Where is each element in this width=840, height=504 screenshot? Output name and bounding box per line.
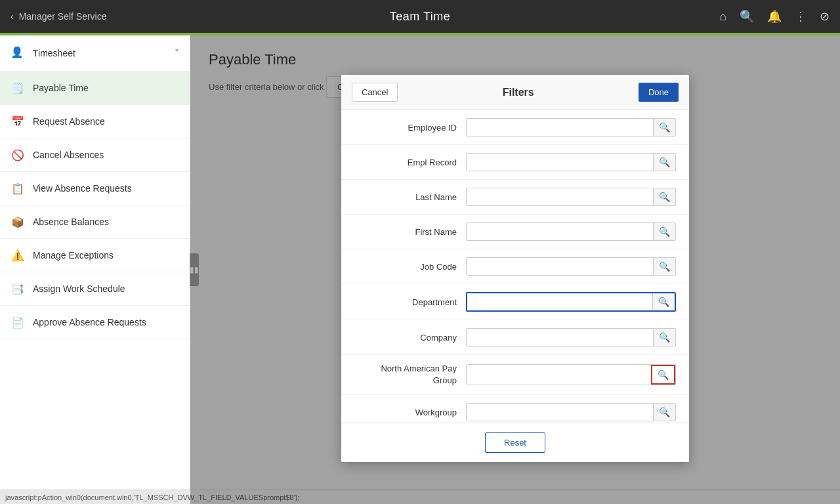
expand-icon: ˅ [175,48,179,58]
sidebar-item-view-absence-requests[interactable]: 📋 View Absence Requests [0,172,190,205]
back-button[interactable]: ‹ Manager Self Service [10,11,107,22]
sidebar-item-manage-exceptions[interactable]: ⚠️ Manage Exceptions [0,239,190,272]
filter-input-wrap-job-code: 🔍 [466,257,676,276]
modal-header: Cancel Filters Done [341,75,689,110]
sidebar-item-label: Payable Time [33,83,179,93]
filter-label-first-name: First Name [354,227,466,237]
filter-input-wrap-workgroup: 🔍 [466,403,676,421]
modal-body: Employee ID 🔍 Empl Record 🔍 [341,110,689,423]
view-absence-requests-icon: 📋 [10,181,25,196]
sidebar-item-approve-absence-requests[interactable]: 📄 Approve Absence Requests [0,306,190,339]
manage-exceptions-icon: ⚠️ [10,248,25,262]
topbar-actions: ⌂ 🔍 🔔 ⋮ ⊘ [719,9,830,24]
sidebar-section-timesheet[interactable]: 👤 Timesheet ˅ [0,35,190,72]
filter-input-workgroup[interactable] [467,404,653,421]
filter-input-wrap-department: 🔍 [466,292,676,312]
sidebar-item-label: Approve Absence Requests [33,317,179,327]
employee-id-search-button[interactable]: 🔍 [653,119,675,136]
topbar: ‹ Manager Self Service Team Time ⌂ 🔍 🔔 ⋮… [0,0,840,33]
filter-label-north-american-pay-group: North American PayGroup [354,363,466,387]
filter-row-employee-id: Employee ID 🔍 [341,110,689,145]
filters-modal: Cancel Filters Done Employee ID 🔍 [341,75,689,462]
modal-overlay: Cancel Filters Done Employee ID 🔍 [190,35,840,504]
filter-input-wrap-last-name: 🔍 [466,188,676,206]
filter-label-company: Company [354,333,466,343]
filter-input-wrap-empl-record: 🔍 [466,153,676,171]
filter-input-wrap-employee-id: 🔍 [466,118,676,136]
more-icon[interactable]: ⋮ [795,9,807,24]
filter-label-employee-id: Employee ID [354,123,466,133]
home-icon[interactable]: ⌂ [719,10,726,24]
payable-time-icon: 🗒️ [10,81,25,95]
sidebar-item-cancel-absences[interactable]: 🚫 Cancel Absences [0,138,190,172]
content-area: Payable Time Use filter criteria below o… [190,35,840,504]
sidebar-item-label: Cancel Absences [33,150,179,160]
filter-input-wrap-first-name: 🔍 [466,222,676,241]
filter-label-job-code: Job Code [354,262,466,272]
page-title-header: Team Time [390,10,451,24]
filter-row-company: Company 🔍 [341,320,689,355]
filter-row-job-code: Job Code 🔍 [341,249,689,284]
search-icon[interactable]: 🔍 [740,9,754,24]
timesheet-section-icon: 👤 [10,46,25,60]
approve-absence-requests-icon: 📄 [10,315,25,329]
sidebar-item-payable-time[interactable]: 🗒️ Payable Time [0,72,190,105]
sidebar-item-request-absence[interactable]: 📅 Request Absence [0,105,190,138]
done-button[interactable]: Done [639,83,679,102]
sidebar: 👤 Timesheet ˅ 🗒️ Payable Time 📅 Request … [0,35,190,504]
filter-label-empl-record: Empl Record [354,158,466,167]
sidebar-item-absence-balances[interactable]: 📦 Absence Balances [0,205,190,239]
modal-footer: Reset [341,423,689,462]
sidebar-item-label: Absence Balances [33,217,179,227]
filter-input-empl-record[interactable] [467,154,653,171]
last-name-search-button[interactable]: 🔍 [653,188,675,205]
department-search-button[interactable]: 🔍 [652,293,675,310]
filter-input-company[interactable] [467,329,653,346]
topbar-title: Team Time [390,10,451,23]
filter-row-north-american-pay-group: North American PayGroup 🔍 [341,355,689,395]
filter-input-employee-id[interactable] [467,119,653,136]
filter-label-last-name: Last Name [354,192,466,202]
cancel-button[interactable]: Cancel [352,83,398,102]
filter-input-department[interactable] [467,294,652,310]
back-label: Manager Self Service [19,11,107,22]
filter-input-last-name[interactable] [467,189,653,205]
filter-input-job-code[interactable] [467,259,653,275]
sidebar-item-label: View Absence Requests [33,183,179,194]
sidebar-item-label: Assign Work Schedule [33,284,179,294]
filter-label-department: Department [354,297,466,307]
filter-input-first-name[interactable] [467,224,653,240]
request-absence-icon: 📅 [10,114,25,129]
sidebar-section-label: Timesheet [33,48,75,58]
modal-title: Filters [398,87,638,98]
sidebar-item-label: Request Absence [33,116,179,127]
filter-label-workgroup: Workgroup [354,408,466,417]
sidebar-item-assign-work-schedule[interactable]: 📑 Assign Work Schedule [0,272,190,306]
north-american-pay-group-search-button[interactable]: 🔍 [651,365,675,385]
absence-balances-icon: 📦 [10,215,25,229]
filter-row-workgroup: Workgroup 🔍 [341,395,689,423]
workgroup-search-button[interactable]: 🔍 [653,404,675,421]
block-icon[interactable]: ⊘ [820,9,830,24]
filter-row-department: Department 🔍 [341,284,689,320]
bell-icon[interactable]: 🔔 [767,9,782,24]
first-name-search-button[interactable]: 🔍 [653,223,675,240]
filter-row-first-name: First Name 🔍 [341,215,689,249]
back-chevron-icon: ‹ [10,11,14,22]
cancel-absences-icon: 🚫 [10,148,25,162]
reset-button[interactable]: Reset [485,432,545,453]
filter-input-wrap-north-american-pay-group: 🔍 [466,364,676,385]
filter-row-empl-record: Empl Record 🔍 [341,145,689,180]
filter-input-wrap-company: 🔍 [466,328,676,346]
main-layout: 👤 Timesheet ˅ 🗒️ Payable Time 📅 Request … [0,35,840,504]
job-code-search-button[interactable]: 🔍 [653,258,675,275]
filter-input-north-american-pay-group[interactable] [467,367,651,383]
company-search-button[interactable]: 🔍 [653,329,675,346]
sidebar-item-label: Manage Exceptions [33,250,179,261]
empl-record-search-button[interactable]: 🔍 [653,154,675,171]
assign-work-schedule-icon: 📑 [10,282,25,296]
filter-row-last-name: Last Name 🔍 [341,180,689,215]
